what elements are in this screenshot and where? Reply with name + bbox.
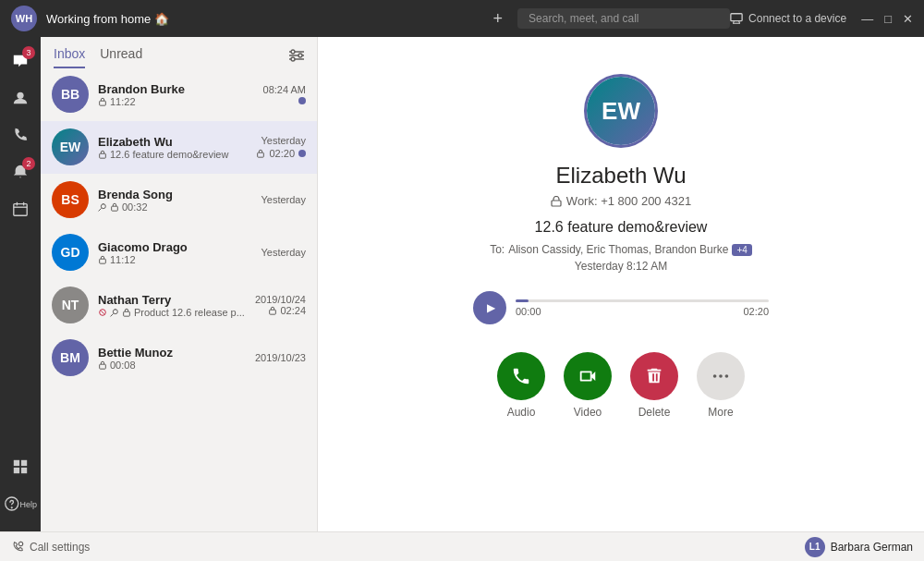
more-icon xyxy=(711,366,731,386)
avatar-brandon: BB xyxy=(52,76,89,113)
contact-meta-brenda: Yesterday xyxy=(261,194,306,205)
contact-item-giacomo[interactable]: GD Giacomo Drago 11:12 Yesterday xyxy=(41,226,317,279)
statusbar: Call settings L1 Barbara German xyxy=(0,531,924,561)
play-button[interactable] xyxy=(473,291,506,324)
contact-name-brandon: Brandon Burke xyxy=(98,82,254,96)
minimize-button[interactable]: — xyxy=(861,12,873,26)
contact-info-brandon: Brandon Burke 11:22 xyxy=(98,82,254,107)
add-button[interactable]: + xyxy=(493,9,504,29)
audio-fill xyxy=(516,299,529,302)
action-more[interactable]: More xyxy=(697,352,745,419)
svg-rect-26 xyxy=(258,152,264,157)
key-icon xyxy=(110,308,119,317)
settings-phone-icon xyxy=(11,541,24,554)
more-label: More xyxy=(708,406,733,419)
svg-rect-0 xyxy=(731,14,742,21)
svg-point-14 xyxy=(11,507,12,508)
detail-avatar-wrap: EW xyxy=(584,74,658,148)
time-end: 02:20 xyxy=(743,306,769,317)
action-delete[interactable]: Delete xyxy=(630,352,678,419)
svg-rect-31 xyxy=(124,311,130,316)
contact-preview-brandon: 11:22 xyxy=(98,96,254,107)
user-avatar[interactable]: WH xyxy=(11,6,37,31)
sidebar-item-activity[interactable]: 2 xyxy=(4,155,37,189)
contact-item-nathan[interactable]: NT Nathan Terry Product 12.6 release p..… xyxy=(41,279,317,332)
action-audio[interactable]: Audio xyxy=(497,352,545,419)
contact-info-brenda: Brenda Song 00:32 xyxy=(98,188,251,213)
svg-point-36 xyxy=(719,374,723,378)
sidebar-item-calendar[interactable] xyxy=(4,192,37,226)
status-user-name: Barbara German xyxy=(831,541,913,554)
lock-icon xyxy=(98,360,107,370)
messages-header: Inbox Unread xyxy=(41,37,317,68)
sidebar-item-contacts[interactable] xyxy=(4,81,37,115)
activity-badge: 2 xyxy=(22,157,35,170)
maximize-button[interactable]: □ xyxy=(884,12,892,26)
svg-rect-28 xyxy=(100,259,106,263)
more-circle xyxy=(697,352,745,400)
contact-meta-elizabeth: Yesterday 02:20 xyxy=(256,135,306,159)
window-controls: — □ ✕ xyxy=(861,12,913,26)
tab-inbox[interactable]: Inbox xyxy=(54,46,85,68)
contact-meta-bettie: 2019/10/23 xyxy=(255,352,306,363)
connect-device-button[interactable]: Connect to a device xyxy=(730,12,846,25)
unread-dot-elizabeth xyxy=(298,150,306,157)
contact-meta-giacomo: Yesterday xyxy=(261,247,306,258)
time-start: 00:00 xyxy=(516,306,541,317)
call-settings-button[interactable]: Call settings xyxy=(11,541,90,554)
detail-timestamp: Yesterday 8:12 AM xyxy=(575,260,667,273)
messages-panel: Inbox Unread BB Brandon Burke 11:22 xyxy=(41,37,318,531)
delete-label: Delete xyxy=(638,406,671,419)
chat-badge: 3 xyxy=(22,46,35,59)
detail-panel: EW Elizabeth Wu Work: +1 800 200 4321 12… xyxy=(318,37,924,531)
audio-bar[interactable] xyxy=(516,299,769,302)
svg-rect-34 xyxy=(552,201,561,206)
contact-item-brandon[interactable]: BB Brandon Burke 11:22 08:24 AM xyxy=(41,68,317,121)
missed-icon xyxy=(98,308,107,317)
tab-unread[interactable]: Unread xyxy=(100,46,142,68)
sidebar-item-help[interactable]: Help xyxy=(4,487,37,520)
contact-item-elizabeth[interactable]: EW Elizabeth Wu 12.6 feature demo&review… xyxy=(41,121,317,174)
trash-icon xyxy=(644,366,664,386)
recipients-badge: +4 xyxy=(732,244,751,256)
detail-recipients: To: Alison Cassidy, Eric Thomas, Brandon… xyxy=(490,243,752,256)
close-button[interactable]: ✕ xyxy=(903,12,913,26)
action-video[interactable]: Video xyxy=(564,352,612,419)
avatar-brenda: BS xyxy=(52,181,89,218)
avatar-bettie: BM xyxy=(52,339,89,376)
contact-meta-nathan: 2019/10/24 02:24 xyxy=(255,294,306,316)
svg-point-16 xyxy=(298,54,302,57)
help-label: Help xyxy=(19,500,37,509)
sidebar: 3 2 Help xyxy=(0,37,41,531)
svg-rect-25 xyxy=(100,153,106,158)
svg-rect-9 xyxy=(14,460,19,466)
svg-rect-24 xyxy=(100,101,106,105)
main-area: 3 2 Help Inbox Unre xyxy=(0,37,924,531)
unread-dot xyxy=(298,97,306,104)
detail-contact-name: Elizabeth Wu xyxy=(556,163,687,189)
lock-icon-detail xyxy=(551,196,562,207)
audio-circle xyxy=(497,352,545,400)
lock-icon-small xyxy=(256,149,265,158)
contact-name-giacomo: Giacomo Drago xyxy=(98,240,251,254)
svg-point-15 xyxy=(291,50,295,54)
audio-times: 00:00 02:20 xyxy=(516,306,769,317)
filter-button[interactable] xyxy=(289,48,304,67)
contact-item-brenda[interactable]: BS Brenda Song 00:32 Yesterday xyxy=(41,174,317,226)
sidebar-item-chat[interactable]: 3 xyxy=(4,44,37,78)
lock-icon xyxy=(98,150,107,159)
sidebar-item-calls[interactable] xyxy=(4,118,37,152)
contact-name-bettie: Bettie Munoz xyxy=(98,346,246,360)
svg-rect-32 xyxy=(270,310,276,314)
contact-name-brenda: Brenda Song xyxy=(98,188,251,201)
audio-label: Audio xyxy=(507,406,536,419)
lock-icon xyxy=(98,255,107,264)
phone-icon xyxy=(511,366,531,386)
search-input[interactable] xyxy=(517,8,730,29)
svg-line-30 xyxy=(101,311,103,313)
action-buttons: Audio Video Delete More xyxy=(497,352,745,419)
contact-item-bettie[interactable]: BM Bettie Munoz 00:08 2019/10/23 xyxy=(41,332,317,384)
lock-icon xyxy=(98,97,107,106)
contact-preview-nathan: Product 12.6 release p... xyxy=(98,307,246,318)
sidebar-item-apps[interactable] xyxy=(4,450,37,483)
